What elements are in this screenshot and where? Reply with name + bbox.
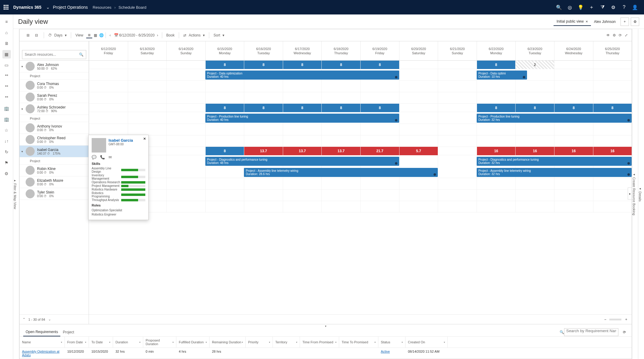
utilization-chip[interactable]: 8 — [283, 104, 322, 112]
utilization-chip[interactable]: 5.7 — [399, 147, 438, 155]
grid-cell[interactable]: Active — [378, 348, 406, 359]
nav-people-icon[interactable]: ᕯ — [2, 72, 11, 80]
collapse-rows-icon[interactable]: ⊟ — [33, 32, 39, 38]
chat-icon[interactable]: 💬 — [92, 155, 96, 159]
date-column[interactable]: 6/16/2020Tuesday — [244, 41, 283, 60]
date-column[interactable]: 6/23/2020Tuesday — [515, 41, 554, 60]
date-column[interactable]: 6/25/2020Thursday — [593, 41, 632, 60]
utilization-chip[interactable]: 8 — [554, 104, 593, 112]
utilization-chip[interactable]: 8 — [206, 104, 244, 112]
nav-flag-icon[interactable]: ⚑ — [2, 159, 11, 167]
requirement-search[interactable] — [564, 328, 618, 336]
date-column[interactable]: 6/15/2020Monday — [205, 41, 244, 60]
fullscreen-icon[interactable]: ⤢ — [623, 32, 629, 38]
zoom-slider[interactable] — [609, 319, 621, 320]
column-header[interactable]: Time From Promised▾ — [300, 337, 339, 348]
module-label[interactable]: Project Operations — [53, 5, 88, 10]
resource-row[interactable]: Cora Thomas0:00 ⏱ 0% — [20, 80, 89, 91]
lightbulb-icon[interactable]: 💡 — [575, 5, 586, 10]
date-column[interactable]: 6/12/2020Friday — [89, 41, 128, 60]
utilization-chip[interactable]: 8 — [244, 61, 283, 69]
date-column[interactable]: 6/24/2020Wednesday — [554, 41, 593, 60]
nav-person1-icon[interactable]: ᕯ — [2, 83, 11, 91]
nav-person2-icon[interactable]: ᕯ — [2, 93, 11, 102]
date-column[interactable]: 6/18/2020Thursday — [321, 41, 360, 60]
zoom-in-icon[interactable]: ＋ — [624, 317, 628, 322]
resource-row[interactable]: ▾Isabel Garcia140:37 ⏱ 175% — [20, 146, 89, 157]
utilization-chip[interactable]: 8 — [516, 104, 554, 112]
column-header[interactable]: Duration▾ — [113, 337, 143, 348]
page-up-icon[interactable]: ⌃ — [23, 317, 25, 321]
grid-view-icon[interactable]: ▦ — [92, 32, 98, 38]
utilization-chip[interactable]: 8 — [361, 104, 399, 112]
nav-team-icon[interactable]: 🏢 — [2, 115, 11, 124]
utilization-chip[interactable]: 13.7 — [244, 147, 283, 155]
sort-dropdown[interactable]: Sort ▾ — [210, 33, 227, 37]
resource-row[interactable]: Christopher Reed0:00 ⏱ 0% — [20, 134, 89, 146]
utilization-chip[interactable]: 8 — [283, 61, 322, 69]
date-column[interactable]: 6/17/2020Wednesday — [283, 41, 322, 60]
column-header[interactable]: Proposed Duration▾ — [143, 337, 176, 348]
booking-bar[interactable]: Project - Diagnostics and performance tu… — [205, 157, 399, 166]
filter-map-rail[interactable]: ▸ Filter & Map View — [13, 29, 19, 359]
booking-bar[interactable]: Project - Production line tuningDuration… — [205, 114, 399, 123]
breadcrumb-1[interactable]: Resources — [93, 5, 111, 10]
req-search-icon[interactable]: 🔍 — [560, 330, 564, 334]
resource-search[interactable]: 🔍 — [22, 50, 86, 59]
search-icon[interactable]: 🔍 — [79, 52, 84, 57]
nav-recent-icon[interactable]: 🗎 — [2, 39, 11, 48]
booking-bar[interactable]: Project - Data optimiDuration: 10 hrs — [477, 71, 527, 80]
utilization-chip[interactable]: 8 — [244, 104, 283, 112]
utilization-chip[interactable]: 8 — [322, 104, 360, 112]
utilization-chip[interactable]: 16 — [477, 147, 516, 155]
column-header[interactable]: From Date▾ — [65, 337, 89, 348]
next-icon[interactable]: › — [155, 32, 161, 38]
search-icon[interactable]: 🔍 — [554, 5, 564, 10]
list-view-icon[interactable]: ≣ — [86, 32, 92, 38]
resource-row[interactable]: Tyler Stein0:00 ⏱ 0% — [20, 188, 89, 200]
add-view-button[interactable]: ＋ — [620, 17, 629, 26]
view-settings-button[interactable]: ⚙ — [631, 17, 639, 26]
phone-icon[interactable]: 📞 — [100, 155, 105, 159]
view-tab-alex[interactable]: Alex Johnson — [591, 18, 619, 26]
booking-bar[interactable]: Project - Production line tuningDuration… — [477, 114, 632, 123]
resource-card-name[interactable]: Isabel Garcia — [109, 138, 133, 143]
create-booking-rail[interactable]: ◂ Create Resource Booking — [632, 29, 638, 359]
utilization-chip[interactable]: 13.7 — [322, 147, 360, 155]
plus-icon[interactable]: ＋ — [586, 4, 597, 11]
resource-row[interactable]: Sarah Perez0:00 ⏱ 0% — [20, 91, 89, 103]
view-tab-initial[interactable]: Initial public view✕ — [554, 17, 591, 26]
board-gear-icon[interactable]: ⚙ — [611, 32, 617, 38]
utilization-chip[interactable]: 16 — [554, 147, 593, 155]
target-icon[interactable]: ◎ — [564, 5, 575, 10]
tab-project[interactable]: Project — [60, 328, 76, 336]
utilization-chip[interactable]: 8 — [593, 104, 632, 112]
date-column[interactable]: 6/20/2020Saturday — [399, 41, 438, 60]
date-range-label[interactable]: 6/12/2020 - 6/25/2020 — [119, 33, 154, 37]
utilization-chip[interactable]: 8 — [322, 61, 360, 69]
breadcrumb-2[interactable]: Schedule Board — [118, 5, 147, 10]
utilization-chip[interactable]: 8 — [361, 61, 399, 69]
column-header[interactable]: Status▾ — [378, 337, 406, 348]
refresh-icon[interactable]: ⟳ — [617, 32, 623, 38]
filter-icon[interactable]: ⧩ — [597, 5, 608, 10]
nav-menu-icon[interactable]: ≡ — [2, 17, 11, 26]
calendar-icon[interactable]: 📅 — [113, 32, 119, 38]
nav-home-icon[interactable]: ⌂ — [2, 28, 11, 37]
booking-bar[interactable]: Project - Data optimizationDuration: 40 … — [205, 71, 399, 80]
nav-star-icon[interactable]: ☆ — [2, 126, 11, 134]
resource-row[interactable]: Robin Kline0:00 ⏱ 0% — [20, 165, 89, 176]
utilization-chip[interactable]: 13.7 — [283, 147, 322, 155]
map-view-icon[interactable]: 🌐 — [98, 32, 104, 38]
utilization-chip[interactable]: 8 — [206, 147, 244, 155]
booking-bar[interactable]: Project - Diagnostics and performance tu… — [477, 157, 632, 166]
resize-handle[interactable]: ▾ — [20, 324, 632, 328]
utilization-chip[interactable]: 2 — [516, 61, 554, 69]
date-column[interactable]: 6/19/2020Friday — [360, 41, 399, 60]
eye-icon[interactable]: 👁 — [605, 32, 611, 38]
schedule-lanes[interactable]: ▸ 8888882Project - Data optimizationDura… — [89, 61, 632, 314]
utilization-chip[interactable]: 16 — [516, 147, 554, 155]
date-column[interactable]: 6/14/2020Sunday — [166, 41, 205, 60]
utilization-chip[interactable]: 16 — [593, 147, 632, 155]
zoom-out-icon[interactable]: − — [604, 317, 606, 322]
